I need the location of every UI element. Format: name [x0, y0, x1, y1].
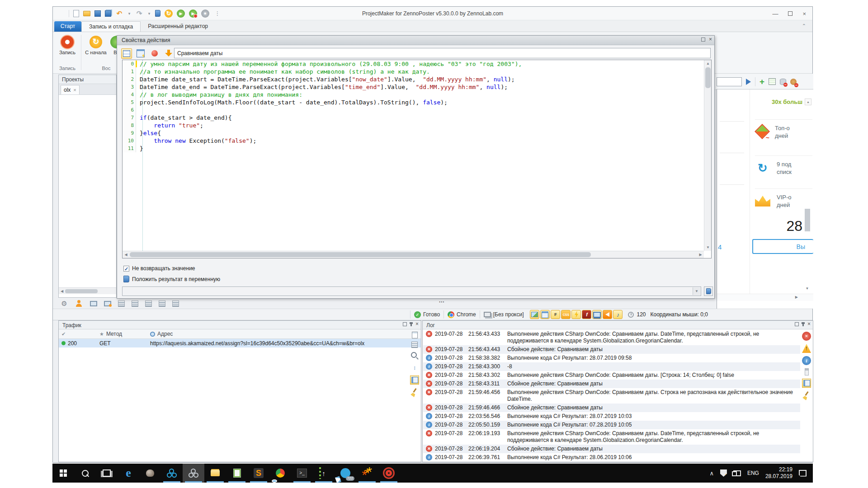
log-row[interactable]: ✕2019-07-2821:56:43.443Сбойное действие:…	[423, 345, 800, 354]
log-row[interactable]: ✕2019-07-2822:06:19.204Сбойное действие:…	[423, 445, 800, 453]
explorer-icon[interactable]	[204, 464, 226, 483]
close-tab-icon[interactable]: ×	[73, 87, 76, 93]
pin-panel-icon[interactable]	[410, 322, 412, 326]
proxy-selector[interactable]: [Без прокси]	[484, 311, 524, 318]
scroll-down-icon[interactable]: ▼	[704, 244, 712, 251]
quick-search-input[interactable]	[717, 77, 742, 86]
redo-dropdown-icon[interactable]: ▾	[147, 9, 151, 18]
scroll-down-icon[interactable]: ▼	[804, 286, 810, 291]
dropdown-icon[interactable]: ▼	[693, 287, 700, 295]
zennoposter-icon[interactable]	[161, 464, 183, 483]
action-center-icon[interactable]	[799, 470, 807, 477]
scroll-left-icon[interactable]: ◀	[123, 251, 129, 258]
settings-icon[interactable]: ⚙	[60, 300, 68, 308]
collapse-promo-icon[interactable]: ▲	[805, 99, 811, 105]
scroll-left-icon[interactable]: ◀	[59, 289, 65, 293]
close-panel-icon[interactable]: ×	[415, 322, 419, 326]
code-editor[interactable]: 0// умно парсим дату из нашей переменной…	[122, 60, 712, 258]
insert-arrow-button[interactable]	[163, 48, 174, 59]
pin-panel-icon[interactable]	[802, 322, 804, 326]
scroll-right-icon[interactable]: ▶	[697, 251, 704, 258]
dock-panel-icon[interactable]	[410, 375, 419, 385]
scroll-up-icon[interactable]: ▲	[704, 60, 712, 67]
log-row[interactable]: ✕2019-07-2821:58:43.302Выполнение действ…	[423, 371, 800, 380]
save-all-icon[interactable]	[105, 10, 111, 17]
log-row[interactable]: i2019-07-2822:05:50.159Выполнение кода C…	[423, 421, 800, 429]
more-button[interactable]: ⋯	[435, 299, 448, 308]
scrollbar-thumb[interactable]	[65, 289, 98, 293]
column-address[interactable]: Адрес	[147, 329, 421, 338]
promo-button[interactable]: Вы	[752, 239, 813, 254]
scroll-right-icon[interactable]: ▶	[795, 295, 798, 299]
restart-button[interactable]: ↻ С начала	[83, 36, 108, 55]
close-button[interactable]: ×	[802, 10, 806, 17]
media-toggle[interactable]: ♪	[613, 310, 623, 319]
tab-record-debug[interactable]: Запись и отладка	[81, 21, 141, 32]
project-tab-olx[interactable]: olx ×	[61, 85, 80, 94]
plugins-toggle[interactable]	[592, 310, 602, 319]
tab-list-icon-3[interactable]	[145, 300, 152, 307]
new-project-icon[interactable]	[73, 10, 79, 17]
log-row[interactable]: ✕2019-07-2822:06:19.193Выполнение действ…	[423, 429, 800, 445]
edge-icon[interactable]: e	[118, 464, 139, 483]
clear-cookies-icon[interactable]	[790, 79, 797, 85]
save-icon[interactable]	[94, 10, 101, 17]
flash-toggle[interactable]: f	[582, 310, 591, 319]
tray-chevron-icon[interactable]: ∧	[709, 470, 714, 477]
promo-item[interactable]: VIP-одней	[755, 188, 812, 209]
log-row[interactable]: ✕2019-07-2821:56:43.433Выполнение действ…	[423, 330, 800, 345]
clear-database-icon[interactable]	[780, 79, 786, 85]
status-browser[interactable]: Chrome	[448, 311, 476, 318]
browser-vscroll-thumb[interactable]	[805, 209, 810, 231]
console-icon[interactable]: >_	[291, 464, 313, 483]
add-action-icon[interactable]: +	[760, 78, 764, 86]
tab-list-icon-5[interactable]	[172, 300, 179, 307]
scrollbar-thumb[interactable]	[705, 67, 711, 88]
clock[interactable]: 22:1928.07.2019	[765, 466, 793, 480]
editor-hscrollbar[interactable]: ◀ ▶	[123, 251, 704, 258]
start-button[interactable]	[52, 464, 74, 483]
log-row[interactable]: i2019-07-2822:03:56.546Выполнение кода C…	[423, 412, 800, 421]
float-panel-icon[interactable]	[403, 322, 407, 326]
browser-hscrollbar[interactable]: ▶	[717, 294, 813, 301]
info-filter-icon[interactable]: i	[802, 356, 811, 365]
action-name-input[interactable]	[174, 48, 711, 58]
log-row[interactable]: i2019-07-2821:58:43.300-8	[423, 362, 800, 371]
images-toggle[interactable]	[530, 310, 539, 319]
javascript-toggle[interactable]	[571, 310, 581, 319]
clear-traffic-icon[interactable]	[410, 388, 419, 397]
frames-toggle[interactable]: F	[551, 310, 560, 319]
tab-list-icon-1[interactable]	[118, 300, 125, 307]
stop-icon[interactable]: ■	[201, 9, 209, 18]
clear-log-icon[interactable]	[802, 391, 811, 400]
float-dialog-icon[interactable]	[701, 38, 705, 42]
warnings-filter-icon[interactable]: !	[802, 344, 811, 353]
css-toggle[interactable]: CSS	[561, 310, 571, 319]
search-button[interactable]	[74, 464, 96, 483]
projects-hscrollbar[interactable]: ◀	[59, 287, 116, 294]
search-icon[interactable]	[410, 351, 419, 360]
sublime-icon[interactable]: S	[248, 464, 269, 483]
gimp-icon[interactable]	[139, 464, 161, 483]
undo-dropdown-icon[interactable]: ▾	[127, 9, 131, 18]
project-canvas[interactable]	[59, 95, 116, 287]
log-row[interactable]: ✕2019-07-2821:59:46.466Сбойное действие:…	[423, 404, 800, 412]
record-app-icon[interactable]	[378, 464, 400, 483]
log-row[interactable]: i2019-07-2822:06:39.761Выполнение кода C…	[423, 453, 800, 461]
telegram-icon[interactable]: 722	[335, 464, 356, 483]
updater-icon[interactable]: ↑	[313, 464, 335, 483]
autoscroll-icon[interactable]	[802, 379, 811, 388]
maximize-button[interactable]	[788, 11, 793, 16]
list-view-icon[interactable]	[411, 342, 418, 348]
display-icon[interactable]	[90, 301, 97, 306]
promo-item[interactable]: Топ-одней	[755, 119, 812, 140]
play-icon[interactable]: ▶	[177, 9, 185, 18]
breakpoint-button[interactable]	[149, 48, 160, 59]
task-view-button[interactable]	[96, 464, 118, 483]
notes-icon[interactable]	[155, 10, 160, 17]
minimize-button[interactable]: —	[772, 10, 778, 17]
collapse-ribbon-icon[interactable]: ⌃	[802, 23, 806, 29]
play-record-icon[interactable]: ▶	[189, 9, 197, 18]
defender-shield-icon[interactable]	[720, 469, 727, 477]
sound-toggle[interactable]	[603, 310, 612, 319]
